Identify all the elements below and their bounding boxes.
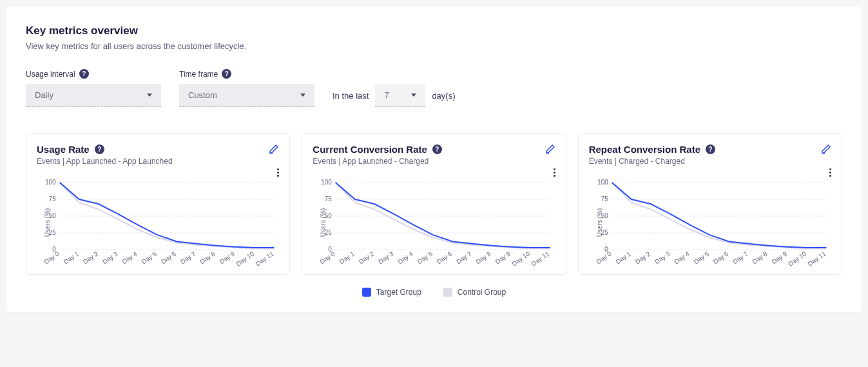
- usage-interval-select[interactable]: Daily: [26, 84, 161, 107]
- chart-title: Current Conversion Rate: [313, 144, 427, 155]
- svg-text:Day 5: Day 5: [692, 250, 710, 265]
- legend-swatch-target: [362, 288, 371, 297]
- svg-text:Day 10: Day 10: [235, 250, 255, 267]
- timeframe-select[interactable]: Custom: [179, 84, 314, 107]
- help-icon[interactable]: ?: [79, 69, 89, 79]
- svg-text:Day 11: Day 11: [530, 250, 551, 267]
- svg-text:Day 1: Day 1: [614, 250, 632, 265]
- legend: Target Group Control Group: [26, 288, 842, 297]
- svg-text:Day 2: Day 2: [634, 250, 652, 265]
- chart-card: Repeat Conversion Rate?Events | Charged …: [578, 133, 842, 275]
- chart-title: Usage Rate: [37, 144, 90, 155]
- svg-text:Day 2: Day 2: [82, 250, 100, 265]
- svg-text:Day 8: Day 8: [475, 250, 493, 265]
- help-icon[interactable]: ?: [432, 144, 442, 154]
- usage-interval-label-text: Usage interval: [26, 70, 75, 79]
- svg-text:75: 75: [49, 195, 56, 203]
- y-axis-label: Users (%): [44, 208, 51, 237]
- svg-text:Day 9: Day 9: [494, 250, 512, 265]
- chart-subtitle: Events | App Launched - Charged: [313, 157, 442, 166]
- svg-text:Day 8: Day 8: [198, 250, 217, 265]
- svg-text:Day 7: Day 7: [179, 250, 197, 265]
- help-icon[interactable]: ?: [222, 69, 231, 79]
- in-the-last-label: In the last: [333, 91, 369, 101]
- svg-text:100: 100: [322, 179, 333, 186]
- chart-card: Current Conversion Rate?Events | App Lau…: [302, 133, 566, 275]
- svg-text:Day 5: Day 5: [140, 250, 159, 265]
- chart-body: Users (%)0255075100Day 0Day 1Day 2Day 3D…: [313, 177, 555, 268]
- svg-text:Day 3: Day 3: [377, 250, 395, 265]
- chart-plot: 0255075100Day 0Day 1Day 2Day 3Day 4Day 5…: [589, 177, 831, 268]
- legend-control: Control Group: [443, 288, 506, 297]
- charts-row: Usage Rate?Events | App Launched - App L…: [26, 133, 842, 275]
- legend-control-label: Control Group: [458, 288, 506, 297]
- chart-card: Usage Rate?Events | App Launched - App L…: [26, 133, 290, 275]
- chart-plot: 0255075100Day 0Day 1Day 2Day 3Day 4Day 5…: [313, 177, 555, 268]
- svg-text:Day 1: Day 1: [63, 250, 81, 265]
- legend-target-label: Target Group: [376, 288, 421, 297]
- svg-text:Day 2: Day 2: [358, 250, 376, 265]
- legend-target: Target Group: [362, 288, 421, 297]
- days-suffix: day(s): [432, 91, 455, 101]
- edit-icon[interactable]: [269, 144, 279, 154]
- legend-swatch-control: [443, 288, 452, 297]
- page-title: Key metrics overview: [26, 25, 842, 37]
- timeframe-value: Custom: [188, 90, 217, 100]
- chart-subtitle: Events | Charged - Charged: [589, 157, 715, 166]
- help-icon[interactable]: ?: [706, 144, 715, 154]
- svg-text:Day 10: Day 10: [511, 250, 532, 267]
- days-value: 7: [384, 90, 389, 100]
- chart-title: Repeat Conversion Rate: [589, 144, 700, 155]
- svg-text:Day 7: Day 7: [455, 250, 473, 265]
- help-icon[interactable]: ?: [95, 144, 104, 154]
- svg-text:Day 4: Day 4: [121, 250, 139, 265]
- svg-text:Day 11: Day 11: [806, 250, 827, 267]
- series-target: [612, 183, 826, 248]
- series-target: [60, 183, 275, 248]
- chart-subtitle: Events | App Launched - App Launched: [37, 157, 173, 166]
- svg-text:Day 3: Day 3: [101, 250, 119, 265]
- days-row: In the last 7 day(s): [333, 84, 456, 107]
- timeframe-label: Time frame ?: [179, 69, 314, 79]
- chevron-down-icon: [300, 94, 305, 97]
- svg-text:Day 9: Day 9: [218, 250, 236, 265]
- timeframe-label-text: Time frame: [179, 70, 218, 79]
- chevron-down-icon: [411, 94, 416, 97]
- svg-text:Day 3: Day 3: [653, 250, 671, 265]
- svg-text:100: 100: [597, 179, 608, 186]
- svg-text:Day 7: Day 7: [731, 250, 749, 265]
- controls-row: Usage interval ? Daily Time frame ? Cust…: [26, 69, 842, 107]
- svg-text:Day 9: Day 9: [770, 250, 788, 265]
- chevron-down-icon: [147, 94, 152, 97]
- svg-text:Day 11: Day 11: [255, 250, 275, 267]
- y-axis-label: Users (%): [320, 208, 327, 237]
- svg-text:100: 100: [45, 179, 56, 186]
- svg-text:Day 6: Day 6: [436, 250, 454, 265]
- usage-interval-value: Daily: [35, 90, 53, 100]
- svg-text:Day 8: Day 8: [751, 250, 769, 265]
- svg-text:Day 4: Day 4: [397, 250, 415, 265]
- page-subtitle: View key metrics for all users across th…: [26, 41, 842, 51]
- edit-icon[interactable]: [545, 144, 555, 154]
- timeframe-group: Time frame ? Custom: [179, 69, 314, 107]
- svg-text:75: 75: [601, 195, 608, 203]
- edit-icon[interactable]: [821, 144, 831, 154]
- series-target: [336, 183, 550, 248]
- svg-text:Day 6: Day 6: [712, 250, 730, 265]
- chart-body: Users (%)0255075100Day 0Day 1Day 2Day 3D…: [37, 177, 279, 268]
- days-select[interactable]: 7: [375, 84, 425, 107]
- svg-text:Day 1: Day 1: [338, 250, 356, 265]
- metrics-panel: Key metrics overview View key metrics fo…: [6, 6, 862, 312]
- svg-text:Day 5: Day 5: [416, 250, 434, 265]
- svg-text:Day 4: Day 4: [673, 250, 691, 265]
- usage-interval-label: Usage interval ?: [26, 69, 161, 79]
- svg-text:Day 6: Day 6: [160, 250, 178, 265]
- svg-text:75: 75: [325, 195, 332, 203]
- y-axis-label: Users (%): [595, 208, 603, 237]
- svg-text:Day 10: Day 10: [787, 250, 807, 267]
- chart-body: Users (%)0255075100Day 0Day 1Day 2Day 3D…: [589, 177, 831, 268]
- usage-interval-group: Usage interval ? Daily: [26, 69, 161, 107]
- chart-plot: 0255075100Day 0Day 1Day 2Day 3Day 4Day 5…: [37, 177, 279, 268]
